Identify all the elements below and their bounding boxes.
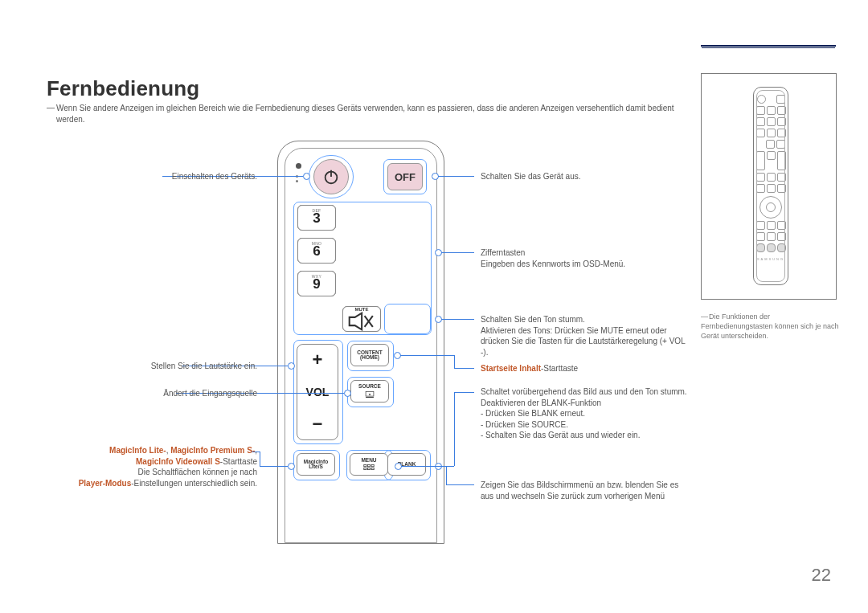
callout-line — [446, 466, 447, 484]
key-9: WXY9 — [297, 271, 336, 296]
intro-dash: ― — [47, 103, 55, 112]
callout-line — [454, 355, 455, 368]
svg-rect-10 — [371, 468, 374, 470]
label-power: Einschalten des Geräts. — [48, 171, 257, 182]
key-3: DEF3 — [297, 205, 336, 231]
callout-line — [454, 368, 474, 369]
label-magicinfo: MagicInfo Lite-, MagicInfo Premium S-, M… — [48, 445, 257, 488]
label-magicinfo-premium: MagicInfo Premium S- — [170, 446, 255, 455]
source-label: SOURCE — [358, 384, 381, 390]
ir-dot-icon — [296, 180, 298, 182]
callout-line — [438, 176, 474, 177]
volume-up-icon: + — [313, 349, 323, 370]
callout-line — [400, 355, 454, 356]
ir-led-icon — [296, 163, 301, 169]
callout-line — [441, 252, 474, 253]
callout-line — [260, 452, 260, 466]
off-button: OFF — [387, 163, 423, 190]
dpad-icon — [760, 196, 782, 219]
power-icon — [322, 168, 340, 186]
svg-rect-7 — [371, 465, 374, 467]
svg-rect-5 — [364, 465, 366, 467]
menu-icon — [363, 464, 375, 471]
content-label-b: (HOME) — [360, 355, 379, 361]
label-magicinfo-lite: MagicInfo Lite- — [109, 446, 166, 455]
label-menu: Zeigen Sie das Bildschirmmenü an bzw. bl… — [481, 480, 690, 501]
svg-rect-9 — [367, 468, 370, 470]
header-rule-thin — [702, 47, 835, 48]
key-6: MNO6 — [297, 238, 336, 264]
blank-button: BLANK — [387, 453, 426, 476]
power-button — [313, 159, 349, 194]
key-mute: MUTE — [342, 306, 381, 332]
callout-line — [441, 319, 474, 320]
menu-label: MENU — [361, 458, 376, 464]
callout-dot — [303, 173, 310, 180]
callout-line — [454, 392, 474, 393]
callout-dot — [288, 362, 295, 370]
svg-rect-6 — [367, 465, 370, 467]
menu-button: MENU — [350, 453, 388, 476]
callout-line — [260, 466, 288, 467]
callout-line — [446, 484, 474, 485]
callout-line — [454, 392, 455, 466]
label-volume: Stellen Sie die Lautstärke ein. — [48, 361, 257, 372]
volume-rocker: + VOL − — [297, 344, 338, 440]
label-startseite-inhalt: Startseite Inhalt — [481, 364, 541, 373]
remote-thumbnail: SAMSUNG — [701, 73, 837, 300]
label-source: Ändert die Eingangsquelle — [48, 388, 257, 399]
label-blank: Schaltet vorübergehend das Bild aus und … — [481, 386, 690, 441]
volume-label: VOL — [306, 386, 330, 398]
content-home-button: CONTENT (HOME) — [350, 344, 389, 366]
source-button: SOURCE — [350, 380, 389, 403]
label-content-home: Startseite Inhalt-Starttaste — [481, 363, 690, 374]
label-mute: Schalten Sie den Ton stumm. Aktivieren d… — [481, 314, 690, 358]
svg-rect-8 — [364, 468, 366, 470]
magicinfo-label-b: Lite/S — [309, 464, 323, 470]
volume-down-icon: − — [313, 414, 323, 435]
label-off: Schalten Sie das Gerät aus. — [481, 171, 690, 182]
page-title: Fernbedienung — [47, 76, 199, 101]
remote-thumbnail-body: SAMSUNG — [753, 87, 788, 285]
brand-label: SAMSUNG — [757, 257, 784, 261]
mute-icon — [348, 312, 375, 331]
manual-page: Fernbedienung ― Wenn Sie andere Anzeigen… — [0, 0, 868, 613]
side-note: ―Die Funktionen der Fernbedienungstasten… — [701, 312, 839, 341]
magicinfo-button: MagicInfo Lite/S — [297, 453, 335, 476]
callout-line — [401, 466, 446, 467]
callout-dot — [344, 390, 351, 397]
label-magicinfo-videowall: MagicInfo Videowall S — [136, 457, 220, 466]
label-player-mode: Player-Modus — [79, 479, 132, 488]
intro-text: Wenn Sie andere Anzeigen im gleichen Ber… — [56, 103, 675, 125]
header-rule — [701, 45, 836, 47]
page-number: 22 — [812, 565, 831, 586]
callout-dot — [288, 463, 295, 470]
label-digits: Zifferntasten Eingeben des Kennworts im … — [481, 247, 690, 269]
remote-diagram: OFF .QZ1 ABC2 DEF3 GHI4 JKL5 MNO6 PRS7 — [269, 141, 451, 542]
source-icon — [364, 390, 375, 398]
